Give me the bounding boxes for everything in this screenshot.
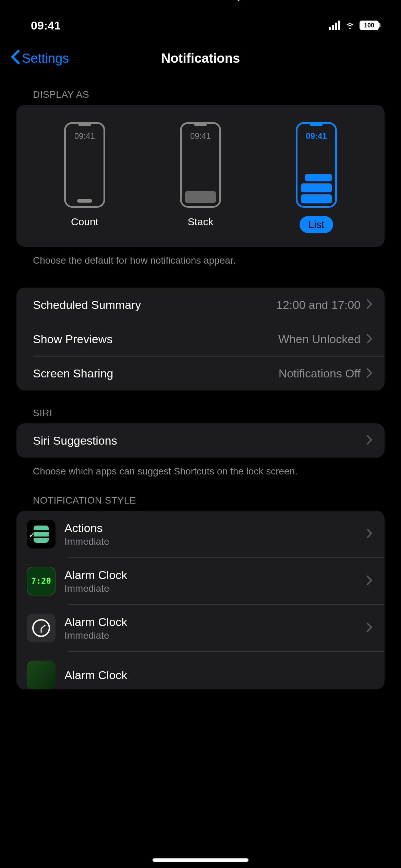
app-icon-alarm-clock: 7:20 <box>27 567 56 595</box>
notification-style-card: ✓ Actions Immediate 7:20 Alarm Clock Imm… <box>16 511 385 689</box>
row-screen-sharing[interactable]: Screen Sharing Notifications Off <box>33 356 385 390</box>
app-icon-alarm-clock <box>27 661 56 689</box>
chevron-right-icon <box>366 334 372 345</box>
chevron-left-icon <box>10 49 21 68</box>
cellular-signal-icon <box>329 21 340 30</box>
app-row-actions[interactable]: ✓ Actions Immediate <box>16 511 385 557</box>
navigation-bar: Settings Notifications <box>0 41 401 79</box>
row-title: Show Previews <box>33 333 112 346</box>
app-row-alarm-clock-1[interactable]: 7:20 Alarm Clock Immediate <box>16 558 385 604</box>
row-title: Scheduled Summary <box>33 298 141 312</box>
app-row-alarm-clock-2[interactable]: Alarm Clock Immediate <box>16 605 385 651</box>
home-indicator[interactable] <box>153 858 248 862</box>
chevron-right-icon <box>366 299 372 311</box>
notification-style-header: NOTIFICATION STYLE <box>0 478 401 511</box>
row-siri-suggestions[interactable]: Siri Suggestions <box>16 423 385 458</box>
display-option-stack[interactable]: 09:41 Stack <box>143 122 258 233</box>
page-title: Notifications <box>161 51 240 66</box>
back-label: Settings <box>22 51 69 66</box>
app-icon-alarm-clock <box>27 614 56 642</box>
display-as-footer: Choose the default for how notifications… <box>0 247 401 267</box>
display-option-count[interactable]: 09:41 Count <box>27 122 143 233</box>
chevron-right-icon <box>366 528 372 540</box>
display-option-list[interactable]: 09:41 List <box>258 122 374 233</box>
app-subtitle: Immediate <box>64 583 357 594</box>
settings-card: Scheduled Summary 12:00 and 17:00 Show P… <box>16 288 385 390</box>
option-label-list: List <box>300 216 333 233</box>
status-time: 09:41 <box>31 19 61 32</box>
phone-preview-list: 09:41 <box>296 122 337 208</box>
battery-icon: 100 <box>360 21 380 30</box>
app-name: Alarm Clock <box>64 668 372 682</box>
app-name: Actions <box>64 521 357 535</box>
siri-header: SIRI <box>0 390 401 423</box>
option-label-stack: Stack <box>187 216 213 228</box>
chevron-right-icon <box>366 575 372 587</box>
siri-footer: Choose which apps can suggest Shortcuts … <box>0 458 401 478</box>
back-button[interactable]: Settings <box>10 49 69 68</box>
app-subtitle: Immediate <box>64 630 357 641</box>
row-value: 12:00 and 17:00 <box>276 298 361 312</box>
row-value: Notifications Off <box>279 367 361 380</box>
row-title: Siri Suggestions <box>33 434 117 447</box>
display-as-card: 09:41 Count 09:41 Stack 09:41 <box>16 105 385 247</box>
app-subtitle: Immediate <box>64 536 357 547</box>
status-icons: 100 <box>329 19 380 32</box>
chevron-right-icon <box>366 622 372 634</box>
siri-card: Siri Suggestions <box>16 423 385 458</box>
app-icon-actions: ✓ <box>27 520 56 548</box>
display-as-header: DISPLAY AS <box>0 79 401 105</box>
option-label-count: Count <box>71 216 98 228</box>
app-name: Alarm Clock <box>64 615 357 629</box>
row-scheduled-summary[interactable]: Scheduled Summary 12:00 and 17:00 <box>16 288 385 322</box>
phone-preview-count: 09:41 <box>64 122 105 208</box>
row-show-previews[interactable]: Show Previews When Unlocked <box>33 322 385 356</box>
row-value: When Unlocked <box>278 333 361 346</box>
wifi-icon <box>344 19 355 32</box>
chevron-right-icon <box>366 435 372 446</box>
row-title: Screen Sharing <box>33 367 113 380</box>
phone-preview-stack: 09:41 <box>180 122 221 208</box>
app-row-alarm-clock-3[interactable]: Alarm Clock <box>16 652 385 689</box>
status-bar: 09:41 100 <box>0 0 401 41</box>
app-name: Alarm Clock <box>64 568 357 582</box>
chevron-right-icon <box>366 368 372 379</box>
